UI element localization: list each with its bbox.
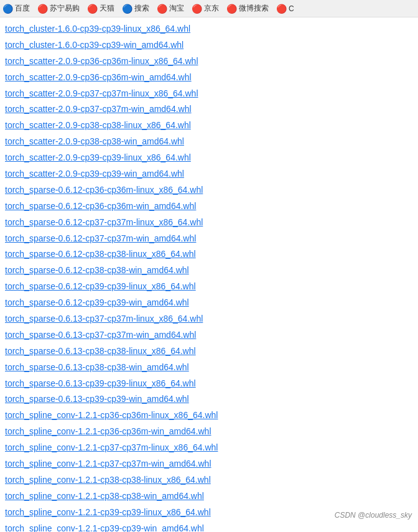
topbar-label-百度: 百度 bbox=[15, 3, 30, 14]
topbar-item-苏宁易购[interactable]: 🔴苏宁易购 bbox=[37, 3, 80, 14]
topbar-icon-搜索: 🔵 bbox=[122, 4, 132, 14]
link-item[interactable]: torch_scatter-2.0.9-cp37-cp37m-linux_x86… bbox=[5, 86, 413, 102]
topbar-label-天猫: 天猫 bbox=[100, 3, 114, 14]
topbar-label-京东: 京东 bbox=[204, 3, 219, 14]
link-item[interactable]: torch_sparse-0.6.13-cp39-cp39-linux_x86_… bbox=[5, 376, 413, 392]
link-item[interactable]: torch_sparse-0.6.13-cp37-cp37m-linux_x86… bbox=[5, 311, 413, 327]
link-item[interactable]: torch_sparse-0.6.13-cp38-cp38-win_amd64.… bbox=[5, 360, 413, 376]
topbar-icon-淘宝: 🔴 bbox=[157, 4, 167, 14]
topbar-item-天猫[interactable]: 🔴天猫 bbox=[87, 3, 114, 14]
link-item[interactable]: torch_sparse-0.6.12-cp38-cp38-win_amd64.… bbox=[5, 263, 413, 279]
topbar-item-淘宝[interactable]: 🔴淘宝 bbox=[157, 3, 184, 14]
link-item[interactable]: torch_spline_conv-1.2.1-cp36-cp36m-linux… bbox=[5, 408, 413, 424]
topbar-item-C[interactable]: 🔴C bbox=[276, 4, 294, 14]
topbar-label-苏宁易购: 苏宁易购 bbox=[50, 3, 80, 14]
links-container: torch_cluster-1.6.0-cp39-cp39-linux_x86_… bbox=[0, 17, 418, 532]
topbar-icon-天猫: 🔴 bbox=[87, 4, 98, 14]
watermark: CSDN @cloudless_sky bbox=[335, 511, 412, 520]
link-item[interactable]: torch_sparse-0.6.12-cp38-cp38-linux_x86_… bbox=[5, 246, 413, 263]
link-item[interactable]: torch_spline_conv-1.2.1-cp37-cp37m-linux… bbox=[5, 440, 413, 456]
link-item[interactable]: torch_scatter-2.0.9-cp39-cp39-linux_x86_… bbox=[5, 150, 413, 166]
topbar-icon-C: 🔴 bbox=[276, 4, 287, 14]
link-item[interactable]: torch_sparse-0.6.13-cp39-cp39-win_amd64.… bbox=[5, 391, 413, 408]
link-item[interactable]: torch_scatter-2.0.9-cp38-cp38-win_amd64.… bbox=[5, 134, 413, 150]
link-item[interactable]: torch_scatter-2.0.9-cp36-cp36m-linux_x86… bbox=[5, 54, 413, 70]
link-item[interactable]: torch_cluster-1.6.0-cp39-cp39-win_amd64.… bbox=[5, 37, 413, 54]
link-item[interactable]: torch_spline_conv-1.2.1-cp38-cp38-linux_… bbox=[5, 472, 413, 488]
topbar-item-京东[interactable]: 🔴京东 bbox=[192, 3, 219, 14]
topbar-icon-苏宁易购: 🔴 bbox=[37, 4, 48, 14]
link-item[interactable]: torch_spline_conv-1.2.1-cp38-cp38-win_am… bbox=[5, 488, 413, 505]
link-item[interactable]: torch_sparse-0.6.13-cp38-cp38-linux_x86_… bbox=[5, 343, 413, 360]
link-item[interactable]: torch_scatter-2.0.9-cp39-cp39-win_amd64.… bbox=[5, 166, 413, 182]
link-item[interactable]: torch_sparse-0.6.12-cp36-cp36m-linux_x86… bbox=[5, 182, 413, 198]
link-item[interactable]: torch_cluster-1.6.0-cp39-cp39-linux_x86_… bbox=[5, 21, 413, 37]
link-item[interactable]: torch_sparse-0.6.12-cp37-cp37m-linux_x86… bbox=[5, 215, 413, 231]
link-item[interactable]: torch_sparse-0.6.13-cp37-cp37m-win_amd64… bbox=[5, 327, 413, 343]
topbar-icon-京东: 🔴 bbox=[192, 4, 202, 14]
link-item[interactable]: torch_spline_conv-1.2.1-cp36-cp36m-win_a… bbox=[5, 424, 413, 440]
topbar-label-淘宝: 淘宝 bbox=[169, 3, 184, 14]
link-item[interactable]: torch_sparse-0.6.12-cp39-cp39-win_amd64.… bbox=[5, 295, 413, 311]
link-item[interactable]: torch_scatter-2.0.9-cp36-cp36m-win_amd64… bbox=[5, 70, 413, 86]
topbar-item-百度[interactable]: 🔵百度 bbox=[2, 3, 30, 14]
link-item[interactable]: torch_scatter-2.0.9-cp37-cp37m-win_amd64… bbox=[5, 101, 413, 118]
link-item[interactable]: torch_sparse-0.6.12-cp36-cp36m-win_amd64… bbox=[5, 198, 413, 215]
link-item[interactable]: torch_spline_conv-1.2.1-cp39-cp39-win_am… bbox=[5, 521, 413, 532]
link-item[interactable]: torch_spline_conv-1.2.1-cp37-cp37m-win_a… bbox=[5, 456, 413, 472]
topbar-icon-微博搜索: 🔴 bbox=[226, 4, 237, 14]
link-item[interactable]: torch_sparse-0.6.12-cp37-cp37m-win_amd64… bbox=[5, 231, 413, 247]
top-bar: 🔵百度🔴苏宁易购🔴天猫🔵搜索🔴淘宝🔴京东🔴微博搜索🔴C bbox=[0, 0, 418, 17]
link-item[interactable]: torch_scatter-2.0.9-cp38-cp38-linux_x86_… bbox=[5, 118, 413, 134]
topbar-item-微博搜索[interactable]: 🔴微博搜索 bbox=[226, 3, 269, 14]
topbar-item-搜索[interactable]: 🔵搜索 bbox=[122, 3, 149, 14]
link-item[interactable]: torch_sparse-0.6.12-cp39-cp39-linux_x86_… bbox=[5, 279, 413, 295]
topbar-label-微博搜索: 微博搜索 bbox=[239, 3, 269, 14]
topbar-label-搜索: 搜索 bbox=[134, 3, 149, 14]
topbar-icon-百度: 🔵 bbox=[2, 4, 13, 14]
topbar-label-C: C bbox=[289, 4, 294, 13]
